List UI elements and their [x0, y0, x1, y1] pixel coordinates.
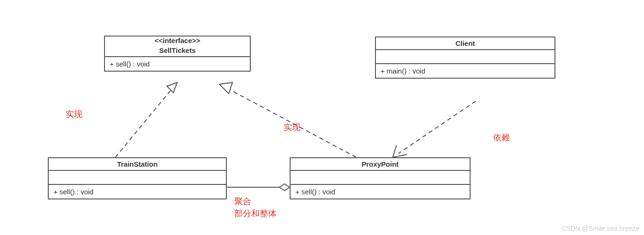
label-aggregation-1: 聚合: [234, 196, 251, 207]
method-row: + sell() : void: [291, 185, 470, 198]
dependency-arrow: [393, 145, 407, 157]
watermark: CSDN @Smile sea breeze: [562, 225, 639, 232]
uml-class-trainstation: TrainStation + sell() : void: [48, 157, 227, 199]
label-realize-1: 实现: [66, 109, 82, 120]
method-row: + sell() : void: [49, 185, 226, 198]
attributes-section: [376, 50, 554, 63]
uml-interface-selltickets: <<interface>> SellTickets + sell() : voi…: [104, 36, 251, 72]
class-name: TrainStation: [49, 158, 226, 170]
aggregation-diamond: [279, 184, 290, 191]
attributes-section: [49, 171, 226, 184]
label-dependency: 依赖: [493, 132, 510, 143]
realization-line-trainstation: [115, 87, 173, 157]
class-name: Client: [376, 37, 554, 49]
method-row: + main() : void: [376, 64, 554, 78]
class-name: ProxyPoint: [291, 158, 470, 170]
realization-arrow-trainstation: [167, 82, 177, 93]
connector-layer: [0, 0, 644, 235]
class-name: SellTickets: [105, 44, 250, 56]
stereotype-label: <<interface>>: [105, 37, 250, 44]
dependency-line: [398, 101, 476, 154]
uml-class-proxypoint: ProxyPoint + sell() : void: [290, 157, 471, 199]
uml-class-client: Client + main() : void: [375, 37, 555, 79]
attributes-section: [291, 171, 470, 184]
label-realize-2: 实现: [284, 122, 300, 133]
method-row: + sell() : void: [105, 57, 250, 71]
label-aggregation-2: 部分和整体: [234, 208, 277, 219]
realization-arrow-proxypoint: [219, 82, 232, 94]
